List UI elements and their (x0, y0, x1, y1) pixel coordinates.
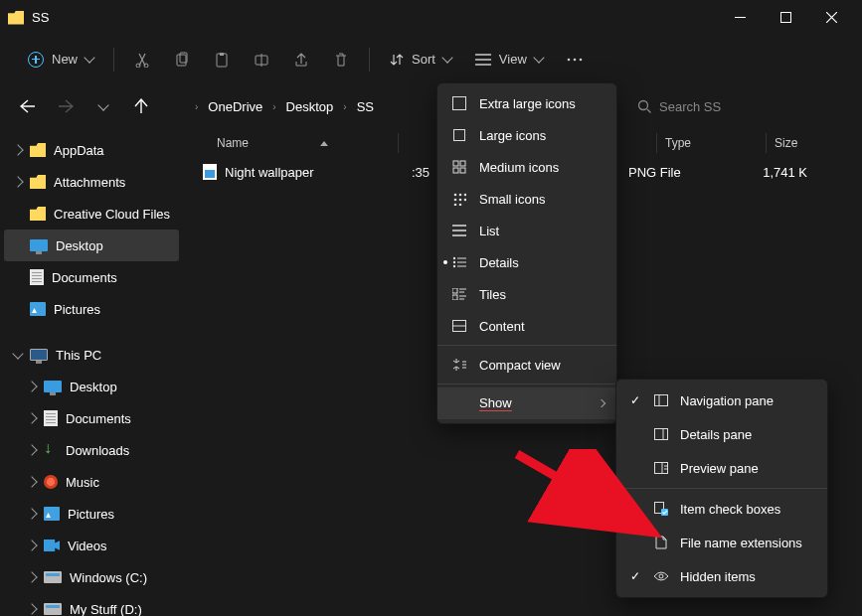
forward-button[interactable] (52, 99, 80, 113)
svg-point-38 (659, 574, 663, 578)
sidebar-pc-downloads[interactable]: Downloads (4, 434, 179, 466)
sidebar-item-ccf[interactable]: Creative Cloud Files (4, 198, 179, 230)
svg-point-24 (464, 199, 466, 202)
view-compact[interactable]: Compact view (437, 349, 616, 381)
view-details[interactable]: Details (437, 246, 616, 278)
svg-rect-17 (453, 168, 458, 173)
svg-rect-14 (454, 130, 465, 141)
cut-button[interactable] (124, 42, 160, 77)
sort-asc-icon (320, 141, 328, 146)
svg-point-19 (454, 194, 457, 197)
sidebar-item-desktop[interactable]: Desktop (4, 230, 179, 261)
navigation-pane: AppData Attachments Creative Cloud Files… (0, 128, 183, 616)
file-name: Night wallpaper (225, 165, 404, 180)
view-button[interactable]: View (465, 42, 553, 77)
maximize-button[interactable] (763, 2, 808, 34)
view-list[interactable]: List (437, 215, 616, 246)
view-menu: Extra large icons Large icons Medium ico… (436, 82, 617, 424)
search-placeholder: Search SS (659, 99, 721, 114)
view-show[interactable]: Show (437, 387, 616, 419)
sidebar-item-thispc[interactable]: This PC (4, 339, 179, 371)
view-lg-icons[interactable]: Large icons (437, 119, 616, 151)
view-sm-icons[interactable]: Small icons (437, 183, 616, 215)
bullet-indicator (443, 260, 447, 264)
sidebar-pc-documents[interactable]: Documents (4, 402, 179, 434)
sidebar-item-attachments[interactable]: Attachments (4, 166, 179, 198)
file-size: 1,741 K (748, 165, 807, 180)
chevron-down-icon (533, 52, 544, 63)
svg-point-29 (453, 265, 455, 267)
sidebar-item-documents[interactable]: Documents (4, 261, 179, 293)
sidebar-pc-music[interactable]: Music (4, 466, 179, 498)
up-button[interactable] (127, 98, 155, 114)
show-checkboxes[interactable]: Item check boxes (616, 492, 827, 526)
sidebar-pc-videos[interactable]: Videos (4, 530, 179, 561)
sidebar-item-pictures[interactable]: Pictures (4, 293, 179, 325)
svg-point-10 (574, 58, 577, 61)
sort-label: Sort (412, 52, 435, 67)
minimize-button[interactable] (717, 2, 763, 34)
svg-point-28 (453, 261, 455, 263)
svg-rect-34 (655, 429, 668, 440)
show-preview-pane[interactable]: Preview pane (616, 451, 827, 485)
search-icon (637, 99, 651, 113)
svg-rect-13 (453, 97, 466, 110)
col-type[interactable]: Type (656, 133, 766, 153)
sort-button[interactable]: Sort (380, 42, 461, 77)
show-submenu: ✓Navigation pane Details pane Preview pa… (615, 379, 828, 598)
paste-button[interactable] (204, 42, 240, 77)
show-file-extensions[interactable]: File name extensions (616, 526, 827, 559)
view-xl-icons[interactable]: Extra large icons (437, 87, 616, 119)
svg-point-26 (459, 204, 462, 206)
sidebar-item-appdata[interactable]: AppData (4, 134, 179, 166)
sidebar-pc-desktop[interactable]: Desktop (4, 371, 179, 402)
show-details-pane[interactable]: Details pane (616, 417, 827, 451)
copy-button[interactable] (164, 42, 200, 77)
folder-icon (8, 11, 24, 25)
svg-point-20 (459, 194, 462, 197)
toolbar: New Sort View (0, 35, 862, 84)
svg-rect-4 (177, 55, 186, 66)
svg-point-22 (454, 199, 457, 202)
crumb-ss[interactable]: SS (353, 95, 378, 118)
svg-rect-7 (220, 53, 224, 56)
new-label: New (52, 52, 78, 67)
recent-button[interactable] (89, 104, 117, 109)
svg-rect-0 (735, 17, 746, 18)
chevron-right-icon (598, 399, 605, 407)
rename-button[interactable] (244, 42, 279, 77)
chevron-down-icon (84, 52, 94, 63)
folder-icon (171, 99, 189, 113)
back-button[interactable] (14, 99, 42, 113)
svg-point-25 (454, 204, 457, 206)
view-label: View (499, 52, 527, 67)
svg-rect-31 (452, 295, 457, 300)
show-nav-pane[interactable]: ✓Navigation pane (616, 384, 827, 417)
svg-point-23 (459, 199, 462, 202)
share-button[interactable] (283, 42, 319, 77)
view-tiles[interactable]: Tiles (437, 278, 616, 310)
more-button[interactable] (557, 42, 593, 77)
col-name[interactable]: Name (209, 133, 398, 153)
crumb-onedrive[interactable]: OneDrive (204, 95, 266, 118)
view-md-icons[interactable]: Medium icons (437, 151, 616, 183)
new-button[interactable]: New (18, 42, 103, 77)
svg-point-12 (639, 101, 648, 110)
close-button[interactable] (808, 2, 854, 34)
sidebar-pc-c[interactable]: Windows (C:) (4, 561, 179, 593)
title-bar: SS (0, 0, 862, 35)
svg-rect-18 (460, 168, 465, 173)
address-bar: › OneDrive › Desktop › SS Search SS (0, 84, 862, 128)
crumb-desktop[interactable]: Desktop (282, 95, 338, 118)
svg-rect-35 (655, 463, 668, 474)
sidebar-pc-d[interactable]: My Stuff (D:) (4, 593, 179, 616)
window-title: SS (32, 10, 49, 25)
delete-button[interactable] (323, 42, 359, 77)
view-content[interactable]: Content (437, 310, 616, 342)
sidebar-pc-pictures[interactable]: Pictures (4, 498, 179, 530)
plus-icon (28, 52, 44, 68)
col-size[interactable]: Size (766, 133, 825, 153)
show-hidden-items[interactable]: ✓Hidden items (616, 559, 827, 593)
search-box[interactable]: Search SS (629, 90, 848, 122)
svg-point-9 (568, 58, 571, 61)
